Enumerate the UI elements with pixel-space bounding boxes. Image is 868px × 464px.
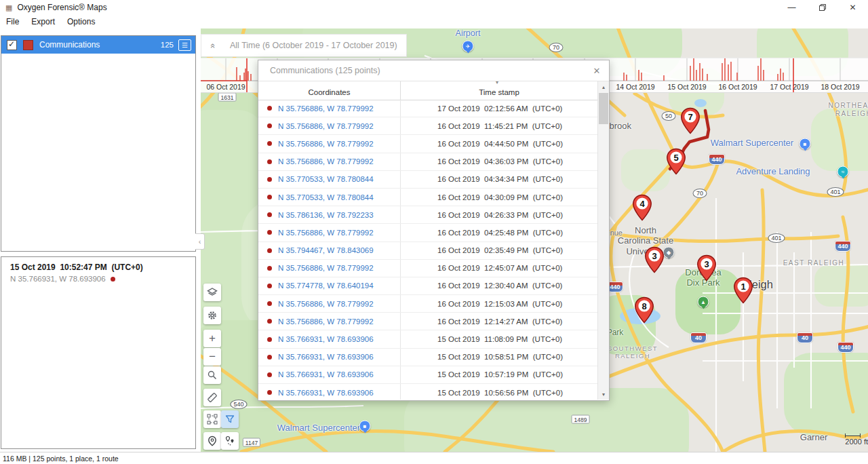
menu-export[interactable]: Export: [25, 17, 61, 26]
coordinate-link[interactable]: N 35.766931, W 78.693906: [278, 389, 374, 397]
table-row[interactable]: N 35.770533, W 78.78084416 Oct 2019 04:3…: [258, 189, 597, 206]
coordinate-link[interactable]: N 35.756886, W 78.779992: [278, 264, 374, 272]
table-row[interactable]: N 35.756886, W 78.77999216 Oct 2019 12:1…: [258, 295, 597, 313]
table-row[interactable]: N 35.756886, W 78.77999216 Oct 2019 04:2…: [258, 224, 597, 241]
airport-pin[interactable]: ✈: [462, 41, 474, 52]
adventure-landing-pin[interactable]: ≈: [837, 166, 849, 178]
coordinate-link[interactable]: N 35.756886, W 78.779992: [278, 229, 374, 237]
table-scrollbar[interactable]: ▴ ▾: [597, 81, 609, 400]
zoom-in-button[interactable]: +: [203, 330, 221, 347]
scale-bracket: [845, 433, 861, 438]
zoom-selection-button[interactable]: [203, 366, 221, 384]
settings-button[interactable]: [203, 307, 221, 324]
minimize-button[interactable]: —: [776, 0, 807, 15]
table-row[interactable]: N 35.774778, W 78.64019416 Oct 2019 12:3…: [258, 277, 597, 295]
coordinates-cell: N 35.756886, W 78.779992: [258, 117, 401, 134]
timeline-date-label: 16 Oct 2019: [718, 83, 757, 91]
map-marker[interactable]: 8: [634, 296, 654, 324]
collapse-timeline-button[interactable]: «: [207, 41, 220, 51]
zoom-out-button[interactable]: −: [203, 348, 221, 366]
coordinates-cell: N 35.756886, W 78.779992: [258, 295, 401, 312]
coordinate-link[interactable]: N 35.766931, W 78.693906: [278, 353, 374, 361]
coordinate-link[interactable]: N 35.774778, W 78.640194: [278, 282, 374, 290]
ruler-button[interactable]: [203, 389, 221, 406]
table-row[interactable]: N 35.766931, W 78.69390615 Oct 2019 10:5…: [258, 366, 597, 384]
coordinates-cell: N 35.756886, W 78.779992: [258, 135, 401, 152]
app-icon: ▦: [5, 3, 12, 12]
table-row[interactable]: N 35.794467, W 78.84306916 Oct 2019 02:3…: [258, 242, 597, 260]
coordinate-link[interactable]: N 35.756886, W 78.779992: [278, 122, 374, 130]
map-marker[interactable]: 1: [733, 277, 753, 304]
map-marker[interactable]: 5: [666, 148, 686, 175]
point-dot: [267, 355, 272, 360]
table-row[interactable]: N 35.756886, W 78.77999216 Oct 2019 04:4…: [258, 135, 597, 153]
ncsu-pin[interactable]: ◆: [663, 247, 675, 258]
coordinate-link[interactable]: N 35.794467, W 78.843069: [278, 246, 374, 254]
marker-number: 3: [644, 251, 665, 261]
coordinate-link[interactable]: N 35.756886, W 78.779992: [278, 317, 374, 326]
timeline-date-label: 17 Oct 2019: [770, 83, 808, 91]
scroll-down-arrow[interactable]: ▾: [598, 389, 609, 400]
filter-button[interactable]: [221, 410, 239, 428]
timestamp-cell: 15 Oct 2019 10:57:19 PM (UTC+0): [401, 366, 597, 383]
coordinate-link[interactable]: N 35.786136, W 78.792233: [278, 211, 374, 219]
coordinate-link[interactable]: N 35.756886, W 78.779992: [278, 140, 374, 148]
coordinate-link[interactable]: N 35.756886, W 78.779992: [278, 104, 374, 113]
point-dot: [267, 319, 272, 324]
table-header[interactable]: Coordinates Time stamp ▾: [258, 81, 597, 100]
select-area-button[interactable]: [203, 410, 221, 428]
layer-color-swatch[interactable]: [23, 40, 33, 50]
walmart-supercenter-ne-pin[interactable]: ■: [800, 138, 811, 150]
table-row[interactable]: N 35.786136, W 78.79223316 Oct 2019 04:2…: [258, 206, 597, 224]
map-marker[interactable]: 3: [696, 254, 717, 282]
layers-button[interactable]: [203, 284, 221, 301]
table-row[interactable]: N 35.756886, W 78.77999216 Oct 2019 12:1…: [258, 313, 597, 330]
show-points-button[interactable]: [221, 432, 239, 450]
window-title: Oxygen Forensic® Maps: [17, 3, 106, 12]
map-marker[interactable]: 3: [644, 246, 665, 273]
close-button[interactable]: ✕: [837, 0, 868, 15]
restore-button[interactable]: [807, 0, 837, 15]
menu-options[interactable]: Options: [61, 17, 101, 26]
table-row[interactable]: N 35.756886, W 78.77999216 Oct 2019 11:4…: [258, 117, 597, 135]
coordinate-link[interactable]: N 35.770533, W 78.780844: [278, 175, 374, 183]
table-row[interactable]: N 35.766931, W 78.69390615 Oct 2019 11:0…: [258, 330, 597, 348]
timeline-date-label: 14 Oct 2019: [616, 83, 654, 91]
scroll-thumb[interactable]: [599, 93, 608, 124]
map-canvas[interactable]: AirportMillbrookNORTHEAST RALEIGHWalmart…: [201, 28, 868, 452]
coordinate-link[interactable]: N 35.756886, W 78.779992: [278, 157, 374, 166]
table-row[interactable]: N 35.756886, W 78.77999216 Oct 2019 12:4…: [258, 260, 597, 277]
menu-file[interactable]: File: [0, 17, 25, 26]
coordinate-link[interactable]: N 35.766931, W 78.693906: [278, 370, 374, 379]
coordinates-cell: N 35.756886, W 78.779992: [258, 153, 401, 170]
table-row[interactable]: N 35.756886, W 78.77999216 Oct 2019 04:3…: [258, 153, 597, 171]
layer-row-communications[interactable]: ✓ Communications 125 ☰: [1, 36, 195, 54]
coordinate-link[interactable]: N 35.756886, W 78.779992: [278, 300, 374, 308]
marker-number: 3: [696, 259, 717, 269]
coordinate-link[interactable]: N 35.766931, W 78.693906: [278, 335, 374, 343]
scroll-up-arrow[interactable]: ▴: [598, 81, 609, 92]
column-coordinates[interactable]: Coordinates: [258, 81, 401, 100]
table-row[interactable]: N 35.766931, W 78.69390615 Oct 2019 10:5…: [258, 384, 597, 400]
timestamp-cell: 16 Oct 2019 04:25:48 PM (UTC+0): [401, 224, 597, 241]
layer-checkbox[interactable]: ✓: [7, 40, 17, 50]
timestamp-cell: 16 Oct 2019 04:36:03 PM (UTC+0): [401, 153, 597, 170]
table-row[interactable]: N 35.756886, W 78.77999217 Oct 2019 02:1…: [258, 100, 597, 117]
table-row[interactable]: N 35.770533, W 78.78084416 Oct 2019 04:3…: [258, 171, 597, 189]
sidebar-collapse-handle[interactable]: ‹: [195, 233, 205, 250]
column-timestamp[interactable]: Time stamp: [401, 81, 597, 100]
dialog-close-button[interactable]: ✕: [589, 64, 604, 77]
slide-glyph: ≈: [838, 167, 848, 177]
list-icon[interactable]: ☰: [178, 39, 191, 51]
walmart-supercenter-sw-pin[interactable]: ■: [359, 421, 371, 432]
point-detail-panel: 15 Oct 2019 10:52:47 PM (UTC+0) N 35.766…: [1, 256, 196, 449]
table-row[interactable]: N 35.766931, W 78.69390615 Oct 2019 10:5…: [258, 349, 597, 366]
map-marker[interactable]: 7: [680, 107, 701, 134]
locate-button[interactable]: [203, 432, 221, 450]
map-marker[interactable]: 4: [632, 194, 652, 221]
dorothea-dix-park-pin[interactable]: ▲: [698, 296, 709, 308]
communications-dialog[interactable]: Communications (125 points) ✕ Coordinate…: [258, 60, 610, 401]
slide-icon: ≈: [837, 166, 849, 178]
coordinate-link[interactable]: N 35.770533, W 78.780844: [278, 193, 374, 201]
marker-number: 1: [733, 282, 753, 292]
